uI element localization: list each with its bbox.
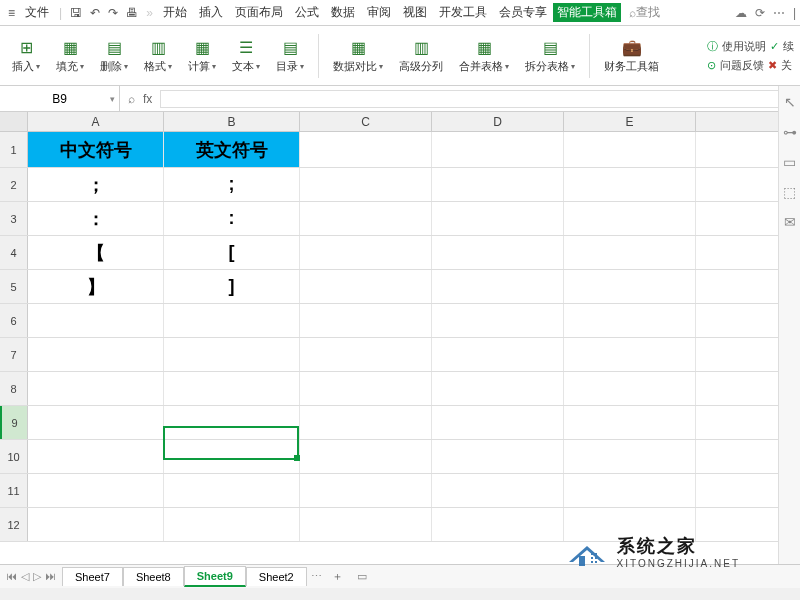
cell[interactable] [28,304,164,337]
row-header[interactable]: 3 [0,202,28,235]
cell[interactable] [164,406,300,439]
sync-icon[interactable]: ⟳ [755,6,765,20]
ribbon-text[interactable]: ☰文本▾ [226,35,266,76]
cell[interactable] [28,508,164,541]
tab-member[interactable]: 会员专享 [493,4,553,21]
cell[interactable]: : [164,202,300,235]
cell[interactable] [300,508,432,541]
cell[interactable]: ： [28,202,164,235]
cell[interactable] [432,406,564,439]
cell[interactable] [164,372,300,405]
cell[interactable] [432,304,564,337]
prev-tab-icon[interactable]: ◁ [21,570,29,583]
cell[interactable] [564,304,696,337]
row-header[interactable]: 9 [0,406,28,439]
add-sheet-button[interactable]: ＋ [326,569,349,584]
row-header[interactable]: 10 [0,440,28,473]
tab-formula[interactable]: 公式 [289,4,325,21]
cell[interactable] [564,338,696,371]
cell[interactable] [432,440,564,473]
cell[interactable] [300,168,432,201]
cloud-icon[interactable]: ☁ [735,6,747,20]
cell[interactable] [28,406,164,439]
cell[interactable]: 中文符号 [28,132,164,167]
cell[interactable] [28,440,164,473]
help-link[interactable]: ⓘ使用说明 ✓续 [707,39,794,54]
cell[interactable] [432,132,564,167]
cell[interactable] [564,236,696,269]
row-header[interactable]: 7 [0,338,28,371]
ribbon-merge[interactable]: ▦合并表格▾ [453,35,515,76]
cell[interactable] [164,304,300,337]
search-icon[interactable]: ⌕ [128,92,135,106]
sheet-tab-active[interactable]: Sheet9 [184,566,246,587]
search-box[interactable]: ⌕ 查找 [629,4,660,21]
cell[interactable] [300,202,432,235]
cell[interactable] [432,202,564,235]
name-box[interactable]: B9▾ [0,86,120,111]
cell[interactable] [300,372,432,405]
tab-smart-toolbox[interactable]: 智能工具箱 [553,3,621,22]
ribbon-toc[interactable]: ▤目录▾ [270,35,310,76]
cell[interactable] [300,406,432,439]
row-header[interactable]: 8 [0,372,28,405]
cell[interactable]: 英文符号 [164,132,300,167]
feedback-link[interactable]: ⊙问题反馈 ✖关 [707,58,794,73]
cell[interactable] [432,168,564,201]
grid-body[interactable]: 1 中文符号 英文符号 2 ； ; 3 ： : 4 【 [ [0,132,800,542]
cell[interactable] [564,372,696,405]
cell[interactable] [28,338,164,371]
more-icon[interactable]: ⋯ [773,6,785,20]
cell[interactable] [432,474,564,507]
tab-start[interactable]: 开始 [157,4,193,21]
row-header[interactable]: 6 [0,304,28,337]
more-tabs[interactable]: ⋯ [307,570,326,583]
tab-dev[interactable]: 开发工具 [433,4,493,21]
cell[interactable] [300,132,432,167]
cell[interactable] [432,270,564,303]
redo-icon[interactable]: ↷ [104,4,122,22]
tab-insert[interactable]: 插入 [193,4,229,21]
cell[interactable]: 】 [28,270,164,303]
cell[interactable] [564,270,696,303]
cell[interactable] [432,338,564,371]
sheet-tab[interactable]: Sheet8 [123,567,184,586]
cell[interactable]: ; [164,168,300,201]
file-menu[interactable]: 文件 [19,4,55,21]
ribbon-insert[interactable]: ⊞插入▾ [6,35,46,76]
row-header[interactable]: 11 [0,474,28,507]
row-header[interactable]: 2 [0,168,28,201]
cell[interactable] [164,508,300,541]
continue-icon[interactable]: ✓ [770,40,779,53]
tab-review[interactable]: 审阅 [361,4,397,21]
style-icon[interactable]: ⬚ [783,184,796,200]
ribbon-compare[interactable]: ▦数据对比▾ [327,35,389,76]
ribbon-fill[interactable]: ▦填充▾ [50,35,90,76]
cell[interactable] [28,474,164,507]
cell[interactable] [300,338,432,371]
cell[interactable] [164,474,300,507]
cell[interactable]: [ [164,236,300,269]
cell[interactable] [564,474,696,507]
cell[interactable] [564,168,696,201]
row-header[interactable]: 12 [0,508,28,541]
tab-data[interactable]: 数据 [325,4,361,21]
cell[interactable] [28,372,164,405]
row-header[interactable]: 1 [0,132,28,167]
cursor-icon[interactable]: ↖ [784,94,796,110]
cell[interactable] [564,132,696,167]
cell[interactable] [300,304,432,337]
cell[interactable] [432,508,564,541]
fx-icon[interactable]: fx [143,92,152,106]
ribbon-delete[interactable]: ▤删除▾ [94,35,134,76]
sheet-tab[interactable]: Sheet7 [62,567,123,586]
tab-view[interactable]: 视图 [397,4,433,21]
first-tab-icon[interactable]: ⏮ [6,570,17,583]
col-header-b[interactable]: B [164,112,300,131]
cell[interactable] [164,440,300,473]
formula-input[interactable] [160,90,792,108]
next-tab-icon[interactable]: ▷ [33,570,41,583]
cell[interactable] [432,372,564,405]
chat-icon[interactable]: ✉ [784,214,796,230]
cell[interactable] [432,236,564,269]
